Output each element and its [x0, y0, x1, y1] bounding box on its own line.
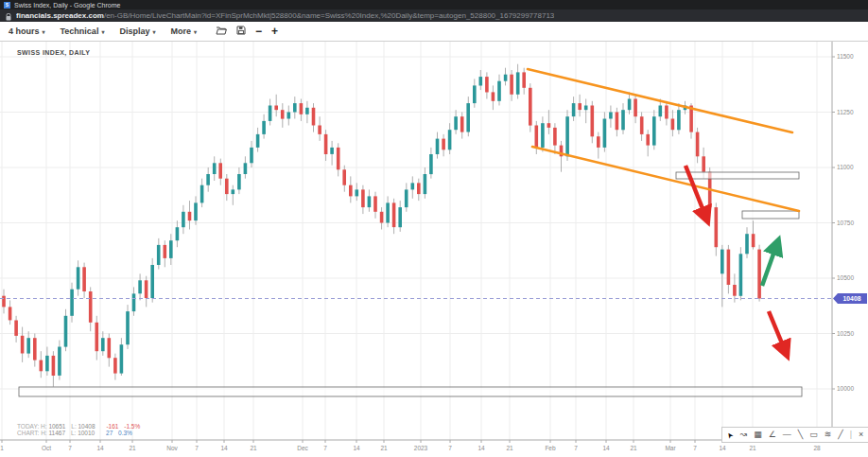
legend-today-low: 10408: [78, 423, 95, 430]
legend-low-label: L:: [71, 423, 76, 430]
menu-display-label: Display: [119, 26, 149, 36]
svg-text:14: 14: [353, 445, 360, 451]
svg-text:Mar: Mar: [665, 445, 676, 451]
browser-titlebar[interactable]: S Swiss Index, Daily - Google Chrome: [0, 0, 868, 9]
svg-text:28: 28: [813, 445, 821, 451]
svg-text:11250: 11250: [837, 109, 854, 115]
grid-lines: [0, 42, 832, 440]
menu-timeframe[interactable]: 4 hours ▾: [9, 26, 45, 36]
legend-chart-high: 11467: [48, 430, 65, 436]
svg-text:10250: 10250: [837, 330, 854, 337]
save-icon[interactable]: [236, 26, 246, 37]
ohlc-legend: TODAY: H: 10651 L: 10408 -161 -1.5% CHAR…: [17, 423, 140, 436]
svg-text:10000: 10000: [837, 385, 854, 392]
toolbar-icon-group: − +: [216, 26, 278, 37]
menu-technical[interactable]: Technical ▾: [61, 26, 105, 36]
legend-chart-row: CHART: H: 11467 L: 10010 27 0.3%: [17, 430, 140, 436]
svg-text:7: 7: [323, 445, 327, 451]
rectangle-drawings[interactable]: [19, 172, 802, 396]
legend-today-high: 10651: [48, 423, 65, 430]
menu-display[interactable]: Display ▾: [119, 26, 155, 36]
svg-text:10750: 10750: [837, 220, 854, 226]
fan-tool-icon[interactable]: ∠: [769, 431, 776, 439]
price-axis[interactable]: 11500112501100010750105001025010000: [832, 53, 854, 392]
svg-text:11500: 11500: [837, 53, 854, 60]
annotation-tool-icon[interactable]: ≋: [825, 431, 832, 439]
svg-text:10408: 10408: [843, 295, 861, 302]
legend-high-label: H:: [41, 430, 47, 436]
legend-today-row: TODAY: H: 10651 L: 10408 -161 -1.5%: [17, 423, 140, 430]
svg-text:21: 21: [129, 445, 136, 451]
chevron-down-icon: ▾: [194, 28, 197, 35]
freehand-tool-icon[interactable]: ↝: [740, 431, 748, 439]
svg-text:7: 7: [68, 445, 72, 451]
svg-text:21: 21: [506, 445, 513, 451]
drawing-toolbar: ➤↝▦∠—╲▭≋╱|×: [721, 427, 868, 443]
svg-text:14: 14: [220, 445, 228, 451]
delete-tool-icon[interactable]: ×: [859, 431, 863, 439]
svg-text:14: 14: [602, 445, 610, 451]
svg-text:7: 7: [195, 445, 199, 451]
folder-open-icon[interactable]: [216, 26, 227, 37]
time-axis[interactable]: 1Oct71421Nov71421Dec71421202371421Feb714…: [0, 440, 821, 451]
legend-chart-change: 27: [106, 430, 113, 436]
arrow-drawings[interactable]: [686, 166, 785, 350]
svg-text:14: 14: [96, 445, 104, 451]
chevron-down-icon: ▾: [43, 28, 45, 35]
axis-frame: [0, 42, 868, 440]
legend-today-label: TODAY:: [17, 423, 39, 430]
symbol-label: SWISS INDEX, DAILY: [17, 49, 90, 56]
trendline-tool-icon[interactable]: ╲: [798, 431, 803, 439]
menu-timeframe-label: 4 hours: [9, 26, 40, 36]
svg-text:2023: 2023: [414, 445, 428, 451]
chevron-down-icon: ▾: [152, 28, 155, 35]
url-path: /en-GB/Home/LiveChartMain?id=XFinSprMchM…: [104, 11, 554, 20]
svg-text:7: 7: [693, 445, 697, 451]
svg-text:14: 14: [477, 445, 485, 451]
diagonal-line-tool-icon[interactable]: ╱: [838, 431, 842, 439]
legend-today-change-pct: -1.5%: [124, 423, 140, 430]
svg-text:1: 1: [0, 445, 4, 451]
current-price-tag: 10408: [833, 293, 867, 304]
svg-text:7: 7: [574, 445, 578, 451]
svg-text:21: 21: [749, 445, 756, 451]
grid-tool-icon[interactable]: ▦: [754, 431, 762, 439]
menu-more[interactable]: More ▾: [170, 26, 197, 36]
address-bar[interactable]: financials.spreadex.com/en-GB/Home/LiveC…: [0, 9, 868, 22]
legend-high-label: H:: [41, 423, 47, 430]
svg-text:21: 21: [250, 445, 257, 451]
rectangle-tool-icon[interactable]: ▭: [809, 431, 818, 439]
svg-text:Oct: Oct: [42, 445, 51, 451]
svg-text:Dec: Dec: [297, 445, 308, 451]
legend-chart-low: 10010: [78, 430, 95, 436]
zoom-in-button[interactable]: +: [271, 26, 278, 37]
legend-chart-label: CHART:: [17, 430, 39, 436]
chevron-down-icon: ▾: [101, 28, 104, 35]
chart-region: 115001125011000107501050010250100001Oct7…: [0, 42, 868, 457]
price-chart-canvas[interactable]: 115001125011000107501050010250100001Oct7…: [0, 42, 868, 457]
pointer-tool-icon[interactable]: ➤: [725, 430, 735, 439]
legend-chart-change-pct: 0.3%: [118, 430, 132, 436]
legend-today-change: -161: [106, 423, 118, 430]
svg-text:7: 7: [448, 445, 452, 451]
zoom-out-button[interactable]: −: [255, 26, 262, 37]
svg-text:Feb: Feb: [545, 445, 556, 451]
url-domain: financials.spreadex.com: [16, 11, 104, 20]
svg-text:Nov: Nov: [166, 445, 178, 451]
chart-toolbar: 4 hours ▾ Technical ▾ Display ▾ More ▾ −…: [0, 22, 868, 42]
menu-more-label: More: [170, 26, 191, 36]
horizontal-line-tool-icon[interactable]: —: [783, 431, 791, 439]
browser-window: S Swiss Index, Daily - Google Chrome fin…: [0, 0, 868, 457]
svg-text:11000: 11000: [837, 164, 854, 170]
svg-text:14: 14: [719, 445, 726, 451]
separator: |: [850, 431, 852, 439]
svg-text:10500: 10500: [837, 274, 854, 281]
url-text[interactable]: financials.spreadex.com/en-GB/Home/LiveC…: [16, 11, 554, 20]
menu-technical-label: Technical: [61, 26, 99, 36]
window-title: Swiss Index, Daily - Google Chrome: [14, 2, 120, 9]
legend-low-label: L:: [71, 430, 76, 436]
svg-text:21: 21: [630, 445, 637, 451]
svg-text:21: 21: [380, 445, 388, 451]
